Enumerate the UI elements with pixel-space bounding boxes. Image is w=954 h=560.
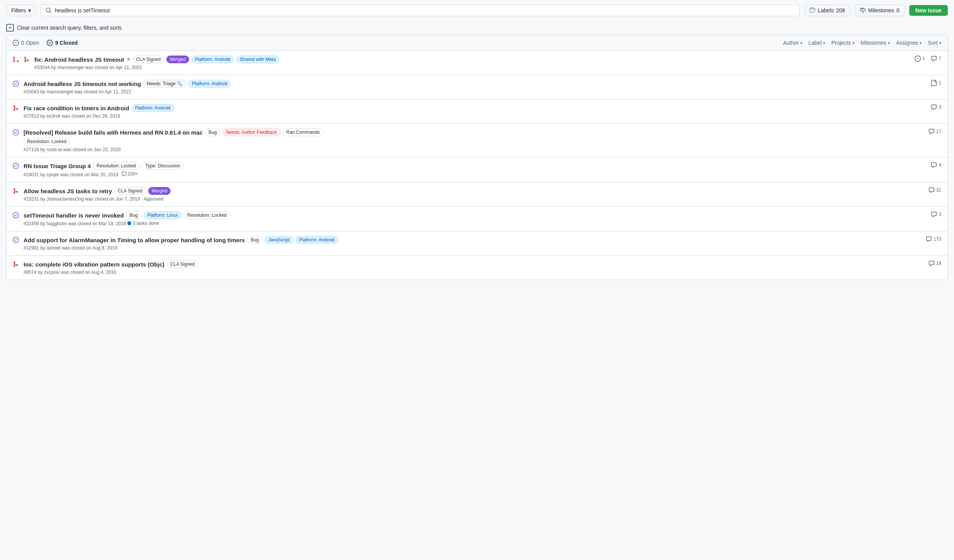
milestones-chevron: ▾ (888, 41, 890, 45)
clear-text[interactable]: Clear current search query, filters, and… (17, 25, 122, 31)
search-input[interactable] (55, 7, 795, 13)
issue-title[interactable]: RN Issue Triage Group 4 (24, 163, 91, 169)
projects-filter[interactable]: Projects ▾ (831, 40, 854, 46)
issue-content: Fix race condition in timers in Android … (24, 104, 920, 119)
stat-count: 3 (939, 212, 941, 217)
author-link[interactable]: haggholm (46, 221, 67, 226)
badge-cla-signed[interactable]: CLA Signed (167, 260, 198, 268)
stat-pr[interactable]: 1 (931, 80, 941, 86)
badge-javascript[interactable]: JavaScript (265, 236, 293, 244)
stat-count: 1 (922, 56, 925, 61)
labels-button[interactable]: Labels 208 (804, 5, 850, 16)
tab-open[interactable]: 0 Open (13, 40, 39, 46)
issue-title-line: RN Issue Triage Group 4 Resolution: Lock… (24, 162, 920, 170)
issue-meta: #33044 by marcesengel was closed on Apr … (34, 65, 904, 70)
badge-platform-android[interactable]: Platform: Android (296, 236, 338, 244)
filters-button[interactable]: Filters ▾ (6, 5, 36, 16)
issue-title[interactable]: [Resolved] Release build fails with Herm… (24, 129, 203, 136)
assignee-filter[interactable]: Assignee ▾ (896, 40, 922, 46)
badge-platform-android[interactable]: Platform: Android (191, 56, 234, 63)
badge-bug[interactable]: Bug (247, 236, 262, 244)
badge-shared-meta[interactable]: Shared with Meta (236, 56, 279, 63)
badge-resolution-locked[interactable]: Resolution: Locked (24, 138, 70, 145)
stat-count: 17 (936, 129, 941, 134)
issue-meta: #22459 by haggholm was closed on Mar 19,… (24, 221, 920, 226)
page-wrapper: Filters ▾ Labels 208 Milestones 0 New is… (0, 0, 954, 280)
tab-closed[interactable]: 9 Closed (47, 40, 78, 46)
label-icon (809, 7, 815, 13)
stat-comments[interactable]: 31 (929, 187, 941, 193)
author-link[interactable]: zxcpoiu (44, 270, 60, 275)
stat-count: 3 (939, 105, 941, 110)
issue-stats: 17 (922, 128, 941, 135)
issue-title[interactable]: Android headless JS timeouts not working (24, 81, 141, 87)
badge-bug[interactable]: Bug (126, 211, 141, 219)
badge-resolution-locked[interactable]: Resolution: Locked (93, 162, 139, 170)
issue-title[interactable]: fix: Android headless JS timeout (34, 56, 124, 63)
milestones-label: Milestones (868, 7, 894, 13)
x-badge: ✕ (127, 57, 130, 62)
author-link[interactable]: roots-ai (46, 147, 62, 152)
issue-row: Ios: complete iOS vibration pattern supp… (7, 256, 947, 280)
badge-cla-signed[interactable]: CLA Signed (114, 187, 145, 195)
stat-comments[interactable]: 17 (929, 128, 941, 135)
author-link[interactable]: astreet (46, 245, 61, 251)
badge-needs-author[interactable]: Needs: Author Feedback (223, 128, 281, 136)
close-icon[interactable]: ✕ (6, 24, 14, 32)
stat-comments[interactable]: 173 (926, 236, 941, 242)
badge-platform-android[interactable]: Platform: Android (132, 104, 174, 112)
author-link[interactable]: marcesengel (46, 89, 73, 94)
issue-title[interactable]: Ios: complete iOS vibration pattern supp… (24, 261, 164, 268)
second-badges-line: Resolution: Locked (24, 138, 918, 145)
author-link[interactable]: marcesengel (57, 65, 84, 70)
issue-title[interactable]: setTimeout handler is never invoked (24, 212, 124, 219)
issue-title[interactable]: Fix race condition in timers in Android (24, 105, 129, 111)
new-issue-button[interactable]: New issue (909, 5, 948, 16)
label-filter[interactable]: Label ▾ (809, 40, 825, 46)
badge-resolution-locked[interactable]: Resolution: Locked (184, 211, 230, 219)
header-right: Author ▾ Label ▾ Projects ▾ Milestones ▾… (783, 40, 941, 46)
stat-count: 173 (934, 236, 941, 242)
badge-platform-linux[interactable]: Platform: Linux (144, 211, 181, 219)
issue-closed-icon (13, 81, 19, 88)
issue-title-line: [Resolved] Release build fails with Herm… (24, 128, 918, 136)
stat-comments[interactable]: 7 (931, 56, 941, 62)
author-filter[interactable]: Author ▾ (783, 40, 802, 46)
search-box (41, 5, 800, 16)
stat-comments[interactable]: 3 (931, 211, 941, 218)
milestones-filter-label: Milestones (861, 40, 886, 46)
issue-stats: 31 (922, 187, 941, 193)
closed-label: 9 Closed (55, 40, 78, 46)
badge-merged[interactable]: Merged (148, 187, 171, 195)
badge-ran-commands[interactable]: Ran Commands (283, 128, 323, 136)
stat-comments[interactable]: 4 (931, 162, 941, 168)
badge-merged[interactable]: Merged (166, 56, 189, 63)
author-chevron: ▾ (800, 41, 802, 45)
filters-label: Filters (11, 7, 26, 13)
stat-comments[interactable]: 3 (931, 104, 941, 110)
badge-bug[interactable]: Bug (205, 128, 220, 136)
label-filter-label: Label (809, 40, 822, 46)
author-label: Author (783, 40, 799, 46)
issue-title[interactable]: Allow headless JS tasks to retry (24, 188, 112, 194)
badge-cla-signed[interactable]: CLA Signed (133, 56, 164, 63)
stat-comments[interactable]: 19 (929, 260, 941, 267)
issue-meta: #27612 by ex3ndr was closed on Dec 26, 2… (24, 113, 920, 119)
issue-row: setTimeout handler is never invoked Bug … (7, 207, 947, 231)
projects-chevron: ▾ (853, 41, 854, 45)
author-link[interactable]: JoshuaJamesOng (46, 196, 84, 202)
issue-title[interactable]: Add support for AlarmManager in Timing t… (24, 237, 245, 243)
top-bar: Filters ▾ Labels 208 Milestones 0 New is… (0, 0, 954, 21)
badge-platform-android[interactable]: Platform: Android (188, 80, 231, 88)
sort-filter[interactable]: Sort ▾ (928, 40, 941, 46)
milestones-button[interactable]: Milestones 0 (855, 5, 905, 16)
author-link[interactable]: ex3ndr (46, 113, 61, 119)
milestones-filter[interactable]: Milestones ▾ (861, 40, 890, 46)
tasks-done: 3 tasks done (127, 221, 159, 226)
issues-container: 0 Open 9 Closed Author ▾ Label ▾ (6, 35, 948, 280)
author-link[interactable]: cpojer (46, 172, 59, 177)
badge-type-discussion[interactable]: Type: Discussion (142, 162, 184, 170)
stat-open[interactable]: 1 (915, 56, 925, 62)
badge-needs-triage[interactable]: Needs: Triage 🔍 (143, 80, 186, 88)
issue-stats: 1 7 (908, 56, 941, 62)
